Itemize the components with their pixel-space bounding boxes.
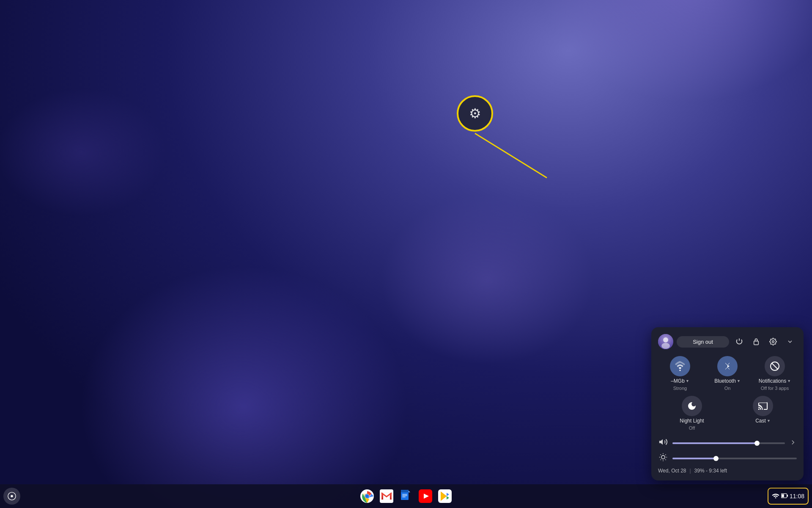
launcher-button[interactable] bbox=[3, 488, 20, 505]
svg-point-20 bbox=[11, 495, 13, 497]
volume-expand-button[interactable] bbox=[789, 439, 797, 448]
battery-tray-icon bbox=[781, 493, 788, 500]
svg-line-18 bbox=[665, 455, 666, 455]
sign-out-button[interactable]: Sign out bbox=[677, 336, 729, 348]
expand-button[interactable] bbox=[783, 335, 797, 348]
svg-point-3 bbox=[661, 343, 670, 349]
svg-point-24 bbox=[365, 494, 369, 498]
svg-line-13 bbox=[661, 455, 661, 455]
svg-point-2 bbox=[663, 337, 668, 342]
svg-point-5 bbox=[772, 341, 774, 343]
clock: 11:08 bbox=[790, 493, 804, 500]
taskbar-apps bbox=[359, 488, 453, 505]
taskbar: 11:08 bbox=[0, 484, 812, 508]
svg-line-8 bbox=[772, 363, 778, 369]
battery-info: Wed, Oct 28 | 39% - 9:34 left bbox=[658, 468, 797, 474]
wifi-sublabel: Strong bbox=[673, 386, 687, 391]
lock-button[interactable] bbox=[749, 335, 763, 348]
bluetooth-toggle-btn[interactable] bbox=[717, 356, 738, 376]
svg-rect-37 bbox=[787, 494, 788, 497]
svg-rect-38 bbox=[782, 494, 784, 497]
battery-date: Wed, Oct 28 bbox=[658, 468, 686, 474]
wifi-toggle[interactable]: –MGb ▼ Strong bbox=[658, 356, 702, 391]
night-light-label: Night Light bbox=[680, 418, 704, 424]
wifi-label: –MGb ▼ bbox=[671, 378, 689, 384]
gmail-app[interactable] bbox=[378, 488, 395, 505]
toggles-row-2: Night Light Off Cast ▼ bbox=[658, 396, 797, 431]
toggles-row-1: –MGb ▼ Strong Bluetooth ▼ On bbox=[658, 356, 797, 391]
battery-percent: 39% - 9:34 left bbox=[694, 468, 727, 474]
volume-slider-track[interactable] bbox=[672, 442, 785, 444]
svg-rect-29 bbox=[402, 494, 407, 495]
settings-button[interactable] bbox=[766, 335, 780, 348]
battery-divider: | bbox=[689, 468, 691, 474]
quick-settings-panel: Sign out bbox=[651, 327, 804, 480]
brightness-icon bbox=[658, 453, 668, 464]
svg-point-35 bbox=[775, 497, 776, 499]
svg-line-17 bbox=[661, 459, 661, 460]
bluetooth-label: Bluetooth ▼ bbox=[714, 378, 741, 384]
system-tray[interactable]: 11:08 bbox=[768, 488, 809, 505]
svg-line-14 bbox=[665, 459, 666, 460]
svg-point-10 bbox=[661, 456, 665, 459]
avatar[interactable] bbox=[658, 334, 673, 349]
brightness-slider-track[interactable] bbox=[672, 458, 797, 459]
night-light-toggle-btn[interactable] bbox=[682, 396, 702, 416]
youtube-app[interactable] bbox=[417, 488, 434, 505]
play-store-app[interactable] bbox=[436, 488, 453, 505]
svg-rect-31 bbox=[402, 497, 406, 497]
bluetooth-sublabel: On bbox=[724, 386, 731, 391]
svg-rect-28 bbox=[401, 490, 409, 492]
notifications-sublabel: Off for 3 apps bbox=[761, 386, 789, 391]
svg-marker-9 bbox=[659, 439, 663, 445]
night-light-sublabel: Off bbox=[689, 425, 695, 431]
volume-slider-row bbox=[658, 437, 797, 449]
svg-rect-4 bbox=[754, 341, 759, 345]
cast-toggle-btn[interactable] bbox=[753, 396, 773, 416]
brightness-slider-row bbox=[658, 453, 797, 464]
notifications-label: Notifications ▼ bbox=[759, 378, 791, 384]
night-light-toggle[interactable]: Night Light Off bbox=[658, 396, 726, 431]
cast-label: Cast ▼ bbox=[755, 418, 771, 424]
cast-toggle[interactable]: Cast ▼ bbox=[729, 396, 797, 431]
notifications-toggle-btn[interactable] bbox=[765, 356, 785, 376]
brightness-slider-fill bbox=[672, 458, 716, 459]
wifi-tray-icon bbox=[772, 492, 779, 500]
power-button[interactable] bbox=[732, 335, 746, 348]
svg-rect-30 bbox=[402, 495, 407, 496]
volume-icon bbox=[658, 437, 668, 449]
svg-point-6 bbox=[679, 370, 680, 371]
taskbar-left bbox=[3, 488, 20, 505]
wifi-toggle-btn[interactable] bbox=[670, 356, 690, 376]
chrome-app[interactable] bbox=[359, 488, 376, 505]
docs-app[interactable] bbox=[398, 488, 414, 505]
notifications-toggle[interactable]: Notifications ▼ Off for 3 apps bbox=[753, 356, 797, 391]
volume-slider-fill bbox=[672, 442, 757, 444]
bluetooth-toggle[interactable]: Bluetooth ▼ On bbox=[705, 356, 749, 391]
panel-header: Sign out bbox=[658, 334, 797, 349]
